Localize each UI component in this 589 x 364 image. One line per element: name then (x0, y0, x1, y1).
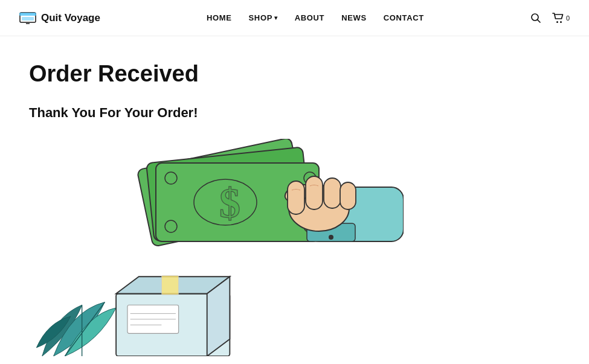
nav-about[interactable]: ABOUT (295, 13, 324, 22)
svg-rect-24 (324, 178, 341, 208)
money-hand-illustration: $ (126, 139, 404, 266)
svg-rect-22 (288, 181, 304, 214)
svg-rect-3 (26, 22, 30, 24)
cart-icon (552, 13, 564, 24)
svg-rect-2 (22, 17, 34, 21)
cart-button[interactable]: 0 (552, 13, 570, 24)
svg-rect-1 (19, 13, 36, 16)
nav-shop[interactable]: SHOP ▾ (249, 13, 278, 22)
package-illustration (29, 260, 283, 356)
page-title: Order Received (29, 60, 560, 88)
svg-rect-23 (306, 176, 323, 209)
logo-text: Quit Voyage (41, 12, 100, 24)
search-icon (530, 13, 541, 24)
search-button[interactable] (530, 13, 541, 24)
svg-text:$: $ (219, 180, 240, 226)
nav-icons: 0 (530, 13, 570, 24)
svg-point-7 (560, 21, 562, 23)
svg-rect-25 (340, 182, 356, 209)
svg-rect-35 (161, 275, 178, 295)
nav-contact[interactable]: CONTACT (384, 13, 424, 22)
nav-news[interactable]: NEWS (341, 13, 367, 22)
svg-line-5 (538, 19, 540, 22)
nav-home[interactable]: HOME (207, 13, 232, 22)
thank-you-heading: Thank You For Your Order! (29, 105, 560, 121)
shop-dropdown-icon: ▾ (274, 14, 278, 21)
cart-count: 0 (566, 14, 570, 22)
logo-icon (19, 12, 36, 24)
svg-point-19 (329, 235, 333, 240)
site-logo[interactable]: Quit Voyage (19, 12, 100, 24)
illustrations-container: $ (29, 139, 560, 356)
main-content: Order Received Thank You For Your Order!… (0, 36, 589, 356)
svg-point-6 (556, 21, 558, 23)
main-nav: HOME SHOP ▾ ABOUT NEWS CONTACT (207, 13, 424, 22)
